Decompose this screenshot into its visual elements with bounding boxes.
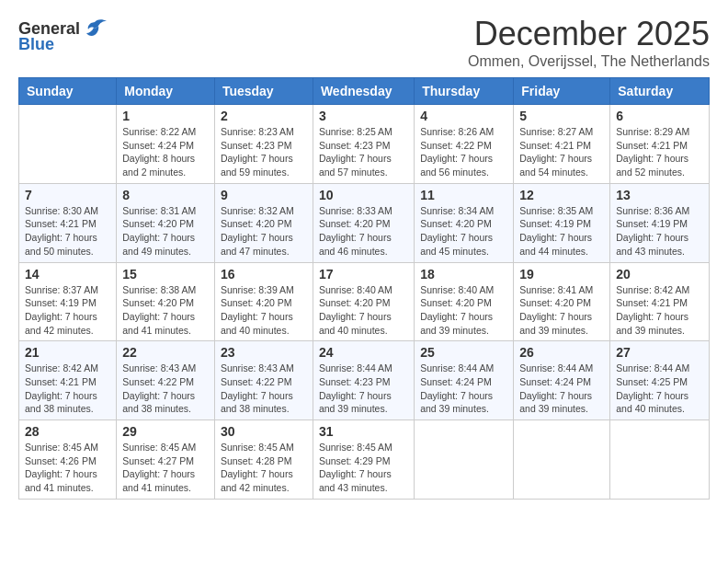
- day-info: Sunrise: 8:45 AM Sunset: 4:29 PM Dayligh…: [319, 441, 408, 495]
- day-number: 5: [519, 109, 604, 123]
- calendar-header-friday: Friday: [514, 78, 610, 105]
- calendar-cell: 16Sunrise: 8:39 AM Sunset: 4:20 PM Dayli…: [214, 262, 313, 341]
- calendar-cell: 3Sunrise: 8:25 AM Sunset: 4:23 PM Daylig…: [313, 105, 414, 184]
- calendar-cell: 19Sunrise: 8:41 AM Sunset: 4:20 PM Dayli…: [514, 262, 610, 341]
- calendar-cell: 1Sunrise: 8:22 AM Sunset: 4:24 PM Daylig…: [117, 105, 215, 184]
- day-number: 2: [221, 109, 307, 123]
- day-info: Sunrise: 8:22 AM Sunset: 4:24 PM Dayligh…: [122, 125, 209, 179]
- day-info: Sunrise: 8:42 AM Sunset: 4:21 PM Dayligh…: [25, 362, 110, 416]
- day-number: 31: [319, 424, 408, 439]
- day-number: 19: [519, 267, 604, 282]
- calendar-cell: 10Sunrise: 8:33 AM Sunset: 4:20 PM Dayli…: [313, 183, 414, 262]
- day-number: 3: [319, 109, 408, 123]
- calendar-cell: [19, 105, 117, 184]
- day-number: 23: [221, 345, 307, 360]
- calendar-cell: 18Sunrise: 8:40 AM Sunset: 4:20 PM Dayli…: [415, 262, 514, 341]
- calendar-cell: 2Sunrise: 8:23 AM Sunset: 4:23 PM Daylig…: [214, 105, 313, 184]
- day-number: 12: [519, 188, 604, 202]
- day-info: Sunrise: 8:30 AM Sunset: 4:21 PM Dayligh…: [25, 204, 110, 259]
- calendar-cell: 21Sunrise: 8:42 AM Sunset: 4:21 PM Dayli…: [19, 341, 117, 420]
- logo-blue-text: Blue: [18, 35, 54, 54]
- day-info: Sunrise: 8:29 AM Sunset: 4:21 PM Dayligh…: [616, 125, 703, 179]
- day-info: Sunrise: 8:34 AM Sunset: 4:20 PM Dayligh…: [420, 204, 507, 259]
- calendar-cell: 4Sunrise: 8:26 AM Sunset: 4:22 PM Daylig…: [415, 105, 514, 184]
- calendar-week-row-0: 1Sunrise: 8:22 AM Sunset: 4:24 PM Daylig…: [19, 105, 710, 184]
- day-info: Sunrise: 8:32 AM Sunset: 4:20 PM Dayligh…: [221, 204, 307, 259]
- calendar-table: SundayMondayTuesdayWednesdayThursdayFrid…: [18, 77, 710, 500]
- calendar-cell: 30Sunrise: 8:45 AM Sunset: 4:28 PM Dayli…: [214, 420, 313, 500]
- day-info: Sunrise: 8:25 AM Sunset: 4:23 PM Dayligh…: [319, 125, 408, 179]
- day-number: 7: [25, 188, 110, 202]
- day-info: Sunrise: 8:36 AM Sunset: 4:19 PM Dayligh…: [616, 204, 703, 259]
- day-info: Sunrise: 8:40 AM Sunset: 4:20 PM Dayligh…: [319, 283, 408, 338]
- day-info: Sunrise: 8:44 AM Sunset: 4:24 PM Dayligh…: [519, 362, 604, 416]
- day-info: Sunrise: 8:40 AM Sunset: 4:20 PM Dayligh…: [420, 283, 507, 338]
- day-info: Sunrise: 8:31 AM Sunset: 4:20 PM Dayligh…: [122, 204, 209, 259]
- calendar-cell: [415, 420, 514, 500]
- calendar-header-monday: Monday: [117, 78, 215, 105]
- calendar-cell: 9Sunrise: 8:32 AM Sunset: 4:20 PM Daylig…: [214, 183, 313, 262]
- logo-bird-icon: [82, 18, 108, 39]
- day-number: 8: [122, 188, 209, 202]
- calendar-cell: 22Sunrise: 8:43 AM Sunset: 4:22 PM Dayli…: [117, 341, 215, 420]
- calendar-cell: 28Sunrise: 8:45 AM Sunset: 4:26 PM Dayli…: [19, 420, 117, 500]
- day-info: Sunrise: 8:45 AM Sunset: 4:27 PM Dayligh…: [122, 441, 209, 495]
- calendar-cell: 24Sunrise: 8:44 AM Sunset: 4:23 PM Dayli…: [313, 341, 414, 420]
- day-number: 16: [221, 267, 307, 282]
- day-number: 26: [519, 345, 604, 360]
- day-number: 20: [616, 267, 703, 282]
- calendar-cell: 12Sunrise: 8:35 AM Sunset: 4:19 PM Dayli…: [514, 183, 610, 262]
- day-info: Sunrise: 8:44 AM Sunset: 4:23 PM Dayligh…: [319, 362, 408, 416]
- month-title: December 2025: [468, 15, 710, 53]
- calendar-header-tuesday: Tuesday: [214, 78, 313, 105]
- day-info: Sunrise: 8:39 AM Sunset: 4:20 PM Dayligh…: [221, 283, 307, 338]
- day-number: 24: [319, 345, 408, 360]
- calendar-cell: 20Sunrise: 8:42 AM Sunset: 4:21 PM Dayli…: [610, 262, 710, 341]
- calendar-header-sunday: Sunday: [19, 78, 117, 105]
- calendar-cell: 8Sunrise: 8:31 AM Sunset: 4:20 PM Daylig…: [117, 183, 215, 262]
- calendar-cell: 31Sunrise: 8:45 AM Sunset: 4:29 PM Dayli…: [313, 420, 414, 500]
- day-info: Sunrise: 8:26 AM Sunset: 4:22 PM Dayligh…: [420, 125, 507, 179]
- day-number: 30: [221, 424, 307, 439]
- day-number: 1: [122, 109, 209, 123]
- page-header: General Blue December 2025 Ommen, Overij…: [18, 15, 710, 70]
- day-info: Sunrise: 8:43 AM Sunset: 4:22 PM Dayligh…: [221, 362, 307, 416]
- calendar-header-wednesday: Wednesday: [313, 78, 414, 105]
- calendar-header-row: SundayMondayTuesdayWednesdayThursdayFrid…: [19, 78, 710, 105]
- calendar-cell: 26Sunrise: 8:44 AM Sunset: 4:24 PM Dayli…: [514, 341, 610, 420]
- logo: General Blue: [18, 18, 108, 54]
- day-number: 28: [25, 424, 110, 439]
- day-number: 25: [420, 345, 507, 360]
- calendar-cell: 15Sunrise: 8:38 AM Sunset: 4:20 PM Dayli…: [117, 262, 215, 341]
- day-number: 9: [221, 188, 307, 202]
- day-number: 15: [122, 267, 209, 282]
- location-subtitle: Ommen, Overijssel, The Netherlands: [468, 53, 710, 70]
- day-number: 18: [420, 267, 507, 282]
- day-info: Sunrise: 8:45 AM Sunset: 4:26 PM Dayligh…: [25, 441, 110, 495]
- day-number: 10: [319, 188, 408, 202]
- calendar-week-row-4: 28Sunrise: 8:45 AM Sunset: 4:26 PM Dayli…: [19, 420, 710, 500]
- calendar-cell: 6Sunrise: 8:29 AM Sunset: 4:21 PM Daylig…: [610, 105, 710, 184]
- calendar-cell: 27Sunrise: 8:44 AM Sunset: 4:25 PM Dayli…: [610, 341, 710, 420]
- calendar-week-row-1: 7Sunrise: 8:30 AM Sunset: 4:21 PM Daylig…: [19, 183, 710, 262]
- day-number: 27: [616, 345, 703, 360]
- day-info: Sunrise: 8:44 AM Sunset: 4:25 PM Dayligh…: [616, 362, 703, 416]
- calendar-cell: 5Sunrise: 8:27 AM Sunset: 4:21 PM Daylig…: [514, 105, 610, 184]
- calendar-cell: 23Sunrise: 8:43 AM Sunset: 4:22 PM Dayli…: [214, 341, 313, 420]
- day-number: 11: [420, 188, 507, 202]
- calendar-cell: 11Sunrise: 8:34 AM Sunset: 4:20 PM Dayli…: [415, 183, 514, 262]
- title-section: December 2025 Ommen, Overijssel, The Net…: [468, 15, 710, 70]
- day-info: Sunrise: 8:42 AM Sunset: 4:21 PM Dayligh…: [616, 283, 703, 338]
- day-number: 17: [319, 267, 408, 282]
- day-info: Sunrise: 8:27 AM Sunset: 4:21 PM Dayligh…: [519, 125, 604, 179]
- calendar-cell: [610, 420, 710, 500]
- day-info: Sunrise: 8:41 AM Sunset: 4:20 PM Dayligh…: [519, 283, 604, 338]
- calendar-cell: 14Sunrise: 8:37 AM Sunset: 4:19 PM Dayli…: [19, 262, 117, 341]
- calendar-cell: 17Sunrise: 8:40 AM Sunset: 4:20 PM Dayli…: [313, 262, 414, 341]
- day-number: 4: [420, 109, 507, 123]
- calendar-cell: [514, 420, 610, 500]
- day-number: 6: [616, 109, 703, 123]
- calendar-header-saturday: Saturday: [610, 78, 710, 105]
- calendar-header-thursday: Thursday: [415, 78, 514, 105]
- calendar-week-row-3: 21Sunrise: 8:42 AM Sunset: 4:21 PM Dayli…: [19, 341, 710, 420]
